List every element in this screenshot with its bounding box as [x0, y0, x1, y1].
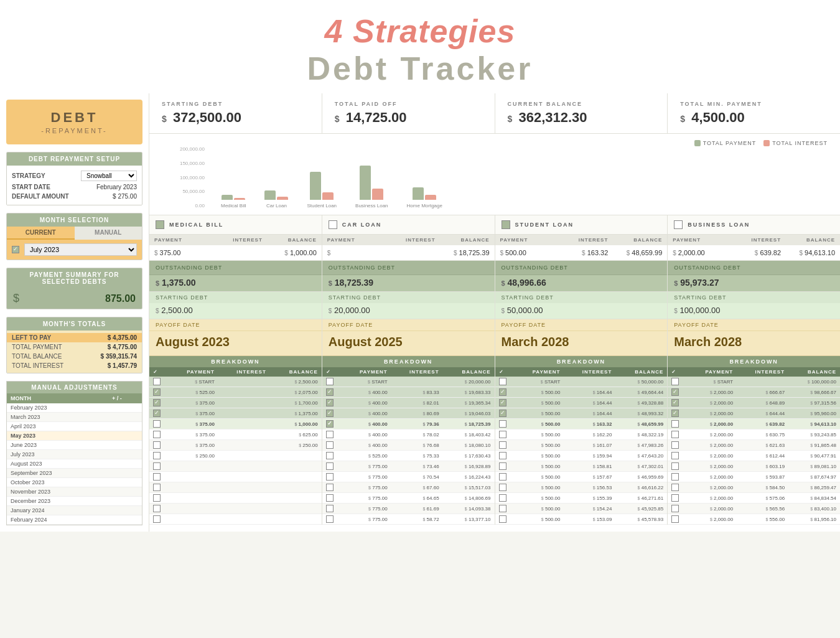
debt-checkbox-car_loan[interactable]	[329, 220, 337, 229]
month-selection-header: MONTH SELECTION	[7, 213, 142, 227]
total-min-payment-label: TOTAL MIN. PAYMENT	[680, 101, 828, 107]
manual-adj-row: July 2023	[7, 450, 142, 459]
tab-manual[interactable]: MANUAL	[75, 227, 142, 240]
totals-label: TOTAL PAYMENT	[12, 344, 62, 350]
breakdown-row: $ 2,000.00 $ 556.00 $ 81,956.10	[668, 514, 840, 525]
bar-payment	[222, 195, 233, 200]
breakdown-row: $ 500.00 $ 164.44 $ 49,328.88	[495, 398, 668, 408]
debt-card-header-student_loan: STUDENT LOAN	[495, 215, 668, 235]
current-balance-label: CURRENT BALANCE	[508, 101, 655, 107]
chart-y-labels: 200,000.00 150,000.00 100,000.00 50,000.…	[168, 146, 208, 209]
breakdown-row: $ 2,000.00 $ 648.89 $ 97,315.56	[668, 398, 840, 408]
debt-values: $ 500.00 $ 163.32 $ 48,659.99	[495, 245, 668, 261]
debt-checkbox-business_loan[interactable]	[674, 220, 683, 229]
debt-cards: MEDICAL BILL PAYMENT INTEREST BALANCE $ …	[149, 215, 840, 525]
debt-card-student_loan: STUDENT LOAN PAYMENT INTEREST BALANCE $ …	[495, 215, 668, 525]
breakdown-start-row: $ START $ 20,000.00	[322, 377, 495, 387]
breakdown-header: BREAKDOWN	[149, 356, 322, 367]
breakdown-row	[149, 461, 322, 472]
totals-label: TOTAL BALANCE	[12, 353, 62, 360]
breakdown-cols: ✓ PAYMENT INTEREST BALANCE	[322, 367, 495, 377]
breakdown-row: $ 500.00 $ 155.39 $ 46,271.61	[495, 493, 668, 504]
breakdown-row	[149, 482, 322, 493]
breakdown-row: $ 775.00 $ 70.54 $ 16,224.43	[322, 472, 495, 482]
col-month-label: MONTH	[11, 395, 96, 401]
debt-checkbox-medical_bill[interactable]	[156, 220, 164, 229]
debt-outstanding-value: $ 18,725.39	[322, 275, 495, 292]
month-dropdown[interactable]: July 2023 August 2023	[24, 243, 137, 256]
strategy-select[interactable]: Snowball Avalanche	[81, 171, 137, 181]
default-amount-label: DEFAULT AMOUNT	[12, 193, 69, 200]
breakdown-row: $ 500.00 $ 159.94 $ 47,643.20	[495, 451, 668, 461]
debt-cols: PAYMENT INTEREST BALANCE	[322, 235, 495, 245]
debt-checkbox-student_loan[interactable]	[502, 220, 510, 229]
breakdown-cols: ✓ PAYMENT INTEREST BALANCE	[668, 367, 840, 377]
breakdown-row: $ 2,000.00 $ 644.44 $ 95,960.00	[668, 408, 840, 419]
total-paid-off-label: TOTAL PAID OFF	[335, 101, 482, 107]
breakdown-header: BREAKDOWN	[495, 356, 668, 367]
breakdown-header: BREAKDOWN	[322, 356, 495, 367]
breakdown-row: $ 250.00	[149, 451, 322, 461]
manual-adj-header: MANUAL ADJUSTMENTS	[7, 382, 142, 393]
month-checkbox[interactable]	[12, 246, 19, 253]
breakdown-start-row: $ START $ 2,500.00	[149, 377, 322, 387]
manual-adj-row: May 2023	[7, 431, 142, 441]
debt-card-medical_bill: MEDICAL BILL PAYMENT INTEREST BALANCE $ …	[149, 215, 322, 525]
debt-title-business_loan: BUSINESS LOAN	[688, 222, 750, 228]
debt-starting-value: $ 100,000.00	[668, 303, 840, 319]
debt-repayment-setup: DEBT REPAYMENT SETUP STRATEGY Snowball A…	[6, 152, 142, 205]
debt-starting-label: STARTING DEBT	[149, 292, 322, 303]
chart-bars: Medical Bill Car Loan Student Loan Busin…	[221, 146, 821, 209]
payment-summary-header: PAYMENT SUMMARY FOR SELECTED DEBTS	[7, 268, 142, 288]
bar-label: Car Loan	[266, 203, 287, 209]
debt-card-header-business_loan: BUSINESS LOAN	[668, 215, 840, 235]
breakdown-row: $ 2,000.00 $ 666.67 $ 98,666.67	[668, 387, 840, 398]
bar-label: Home Mortgage	[407, 203, 442, 209]
breakdown-row: $ 400.00 $ 78.02 $ 18,403.42	[322, 429, 495, 440]
bar-interest	[277, 197, 288, 200]
breakdown-row: $ 2,000.00 $ 603.19 $ 89,081.10	[668, 461, 840, 472]
breakdown-cols: ✓ PAYMENT INTEREST BALANCE	[149, 367, 322, 377]
chart-bar-group: Medical Bill	[221, 195, 246, 209]
breakdown-row: $ 375.00 $ 1,700.00	[149, 398, 322, 408]
debt-payoff-label: PAYOFF DATE	[668, 319, 840, 331]
totals-row: LEFT TO PAY $ 4,375.00	[7, 333, 142, 342]
debt-payoff-label: PAYOFF DATE	[495, 319, 668, 331]
manual-adj-row: September 2023	[7, 469, 142, 478]
debt-starting-value: $ 20,000.00	[322, 303, 495, 319]
start-date-label: START DATE	[12, 184, 50, 190]
strategy-label: STRATEGY	[12, 172, 45, 179]
manual-adj-row: January 2024	[7, 506, 142, 515]
debt-card-header-car_loan: CAR LOAN	[322, 215, 495, 235]
debt-card-business_loan: BUSINESS LOAN PAYMENT INTEREST BALANCE $…	[668, 215, 840, 525]
tab-current[interactable]: CURRENT	[7, 227, 75, 240]
sidebar: DEBT -REPAYMENT- DEBT REPAYMENT SETUP ST…	[0, 93, 149, 532]
breakdown-row: $ 775.00 $ 58.72 $ 13,377.10	[322, 514, 495, 525]
totals-row: TOTAL BALANCE $ 359,315.74	[12, 352, 137, 361]
debt-payoff-date-medical_bill: August 2023	[149, 331, 322, 356]
debt-payoff-label: PAYOFF DATE	[149, 319, 322, 331]
stat-total-paid-off: TOTAL PAID OFF $ 14,725.00	[322, 93, 495, 133]
breakdown-row: $ 2,000.00 $ 575.06 $ 84,834.54	[668, 493, 840, 504]
logo-subtitle: -REPAYMENT-	[16, 127, 133, 134]
debt-outstanding-value: $ 95,973.27	[668, 275, 840, 292]
stat-starting-debt: STARTING DEBT $ 372,500.00	[149, 93, 322, 133]
breakdown-row: $ 400.00 $ 76.68 $ 18,080.10	[322, 440, 495, 451]
breakdown-row: $ 775.00 $ 73.46 $ 16,928.89	[322, 461, 495, 472]
manual-adj-row: March 2023	[7, 413, 142, 422]
logo-title: DEBT	[16, 110, 133, 126]
months-totals-header: MONTH'S TOTALS	[7, 317, 142, 331]
title-debt: Debt Tracker	[0, 50, 840, 87]
debt-outstanding-label: OUTSTANDING DEBT	[322, 261, 495, 275]
bar-label: Business Loan	[355, 203, 388, 209]
breakdown-row: $ 2,000.00 $ 630.75 $ 93,243.85	[668, 429, 840, 440]
starting-debt-currency: $	[162, 114, 167, 124]
debt-starting-value: $ 50,000.00	[495, 303, 668, 319]
breakdown-row: $ 375.00 $ 1,000.00	[149, 419, 322, 429]
breakdown-row	[149, 504, 322, 514]
breakdown-row: $ 500.00 $ 162.20 $ 48,322.19	[495, 429, 668, 440]
breakdown-row: $ 375.00 $ 1,375.00	[149, 408, 322, 419]
bar-payment	[413, 187, 424, 200]
breakdown-row: $ 375.00 $ 625.00	[149, 429, 322, 440]
breakdown-start-row: $ START $ 50,000.00	[495, 377, 668, 387]
